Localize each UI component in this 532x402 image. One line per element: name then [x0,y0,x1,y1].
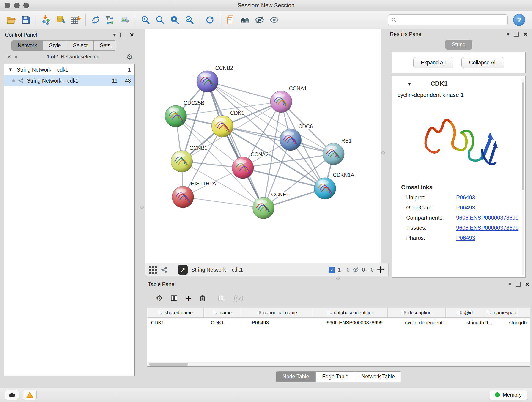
column-header-database-identifier[interactable]: database identifier [313,308,388,317]
panel-float-icon[interactable] [514,32,519,37]
table-body: CDK1CDK1P064939606.ENSP00000378699cyclin… [147,318,530,328]
network-overview-icon[interactable] [160,266,168,274]
memory-button[interactable]: Memory [490,390,527,400]
crosslink-link[interactable]: P06493 [456,204,475,211]
gene-collapse-caret-icon[interactable]: ▼ [407,81,412,87]
panel-menu-caret-icon[interactable]: ▾ [113,32,116,38]
network-edge[interactable] [183,197,264,208]
window-close-button[interactable] [5,2,10,8]
open-in-window-button[interactable]: ↗ [178,265,188,274]
column-header-namespac[interactable]: namespac [485,308,519,317]
tab-select[interactable]: Select [67,40,94,51]
left-splitter-grip[interactable] [140,206,144,209]
table-row[interactable]: CDK1CDK1P064939606.ENSP00000378699cyclin… [147,318,530,328]
check-icon: ✓ [330,267,334,273]
selected-checkbox[interactable]: ✓ [329,267,335,273]
crosslink-link[interactable]: P06493 [456,194,475,201]
column-header--id[interactable]: @id [446,308,485,317]
zoom-out-button[interactable] [153,13,167,27]
network-edge[interactable] [208,81,264,208]
column-header-description[interactable]: description [388,308,446,317]
add-column-plus-icon[interactable]: + [186,294,191,302]
panel-menu-caret-icon[interactable]: ▾ [509,282,511,287]
table-cell[interactable]: cyclin-dependent ... [401,318,463,328]
warnings-button[interactable] [23,390,37,400]
hidden-count: 0 – 0 [362,267,374,273]
crosslink-row: GeneCard:P06493 [392,203,525,213]
window-controls [5,2,29,8]
tab-style[interactable]: Style [43,40,67,51]
copy-button[interactable] [223,13,238,27]
tab-network-table[interactable]: Network Table [355,371,401,382]
column-header-name[interactable]: name [204,308,241,317]
table-cell[interactable]: CDK1 [207,318,248,328]
network-edge[interactable] [222,126,334,154]
table-cell[interactable]: stringdb:9... [463,318,505,328]
table-cell[interactable]: stringdb [505,318,530,328]
tab-node-table[interactable]: Node Table [276,371,316,382]
network-options-gear-icon[interactable]: ⚙ [127,53,133,61]
search-input[interactable] [399,17,505,23]
collapse-all-button[interactable]: Collapse All [462,57,504,68]
open-session-button[interactable] [4,13,18,27]
network-collection-row[interactable]: ▼ String Network – cdk1 1 [4,64,134,75]
table-cell[interactable]: P06493 [248,318,323,328]
show-columns-icon[interactable] [171,294,178,302]
network-row[interactable]: String Network – cdk1 11 48 [4,75,134,86]
crosslink-link[interactable]: 9606.ENSP00000378699 [456,215,519,221]
first-neighbors-button[interactable] [238,13,252,27]
panel-close-icon[interactable]: × [523,31,527,38]
zoom-in-button[interactable] [138,13,153,27]
table-cell[interactable]: 9606.ENSP00000378699 [323,318,401,328]
collapse-all-icon[interactable]: » [6,53,13,60]
panel-float-icon[interactable] [516,282,520,287]
tab-edge-table[interactable]: Edge Table [316,371,355,382]
birds-eye-view-icon[interactable] [149,266,157,274]
import-network-file-button[interactable] [39,13,53,27]
panel-close-icon[interactable]: × [525,281,529,288]
results-scrollbar[interactable] [522,78,525,275]
current-network-dot-icon [12,79,15,82]
zoom-fit-button[interactable] [167,13,182,27]
panel-menu-caret-icon[interactable]: ▾ [507,32,510,37]
help-button[interactable]: ? [513,14,525,26]
tree-expand-caret-icon[interactable]: ▼ [8,67,14,73]
delete-column-trash-icon[interactable] [199,295,206,302]
crosslink-link[interactable]: P06493 [456,235,475,241]
bottom-splitter-grip[interactable] [336,277,340,280]
new-network-from-table-button[interactable] [103,13,118,27]
table-horizontal-scrollbar[interactable] [147,362,530,366]
panel-close-icon[interactable]: × [130,32,134,38]
network-canvas[interactable]: CCNB2CCNA1CDC25BCDK1CDC6RB1CCNB1CCNA2CDK… [146,29,381,264]
new-network-button[interactable] [89,13,103,27]
table-options-gear-icon[interactable]: ⚙ [156,294,163,302]
window-minimize-button[interactable] [14,2,20,8]
column-header-canonical-name[interactable]: canonical name [241,308,313,317]
tab-sets[interactable]: Sets [94,40,116,51]
export-image-button[interactable] [118,13,133,27]
window-zoom-button[interactable] [23,2,29,8]
eye-slash-icon [254,15,265,25]
expand-all-button[interactable]: Expand All [413,57,453,68]
table-cell[interactable]: CDK1 [147,318,207,328]
tab-string[interactable]: String [445,40,472,50]
crosslink-label: GeneCard: [406,204,456,211]
expand-all-icon[interactable]: « [13,53,20,60]
zoom-selected-button[interactable] [182,13,197,27]
scrollbar-thumb[interactable] [149,363,188,366]
hide-selected-button[interactable] [252,13,267,27]
apply-layout-button[interactable] [203,13,217,27]
node-label-cdc6: CDC6 [298,123,313,129]
crosslink-link[interactable]: 9606.ENSP00000378699 [456,225,519,231]
import-network-database-button[interactable] [53,13,68,27]
pan-crosshair-icon[interactable] [376,266,385,274]
column-header-shared-name[interactable]: shared name [147,308,204,317]
node-label-ccnb2: CCNB2 [215,65,233,71]
import-table-button[interactable] [68,13,83,27]
cloud-status-button[interactable] [5,390,19,400]
panel-float-icon[interactable] [120,32,125,37]
save-session-button[interactable] [18,13,33,27]
tab-network[interactable]: Network [12,40,43,51]
show-all-button[interactable] [267,13,282,27]
right-splitter-grip[interactable] [381,151,385,154]
